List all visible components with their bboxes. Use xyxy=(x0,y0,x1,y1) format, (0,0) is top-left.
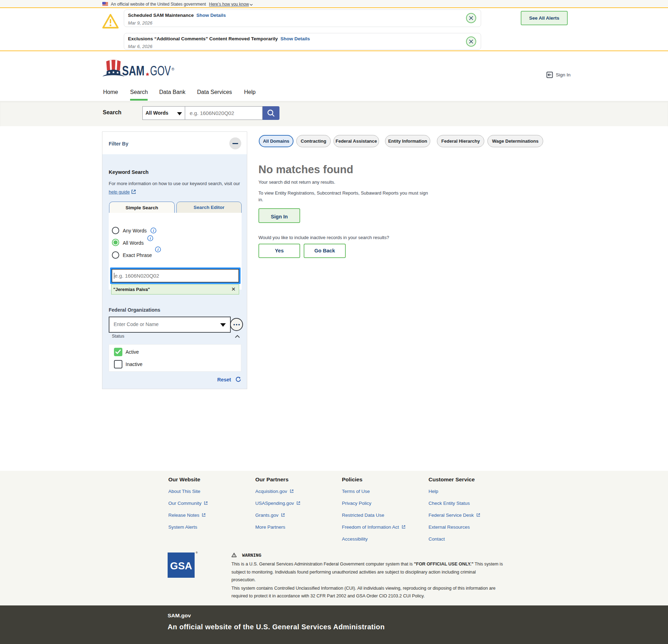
svg-text:i: i xyxy=(153,229,154,233)
svg-text:®: ® xyxy=(171,67,174,71)
svg-text:i: i xyxy=(150,236,151,240)
svg-text:SAM: SAM xyxy=(122,63,144,78)
svg-text:i: i xyxy=(157,248,159,252)
svg-text:GOV: GOV xyxy=(150,63,171,78)
